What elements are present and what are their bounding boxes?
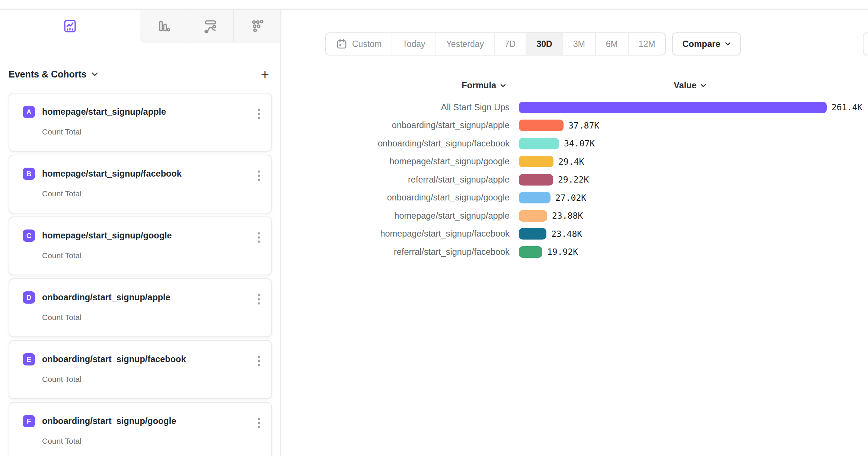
kebab-menu-icon[interactable]: [256, 416, 262, 430]
event-metric: Count Total: [42, 189, 262, 198]
chart-row-value: 23.88K: [552, 211, 583, 221]
event-card-list: A homepage/start_signup/apple Count Tota…: [9, 93, 272, 456]
bar[interactable]: [519, 156, 553, 167]
event-card-e[interactable]: E onboarding/start_signup/facebook Count…: [9, 340, 272, 399]
chart-row: referral/start_signup/facebook 19.92K: [281, 243, 868, 261]
event-badge: E: [23, 353, 35, 365]
range-label: 6M: [606, 39, 618, 49]
event-card-f[interactable]: F onboarding/start_signup/google Count T…: [9, 402, 272, 456]
event-card-c[interactable]: C homepage/start_signup/google Count Tot…: [9, 216, 272, 275]
event-name: onboarding/start_signup/google: [42, 416, 176, 426]
chart-row: referral/start_signup/apple 29.22K: [281, 171, 868, 189]
tab-insights[interactable]: [0, 10, 140, 42]
chart-row-value: 23.48K: [551, 229, 582, 239]
chart-row-value: 29.22K: [558, 175, 589, 184]
event-badge: F: [23, 415, 35, 427]
event-metric: Count Total: [42, 375, 262, 384]
event-badge: D: [23, 291, 35, 304]
tab-bar-report[interactable]: [140, 10, 187, 42]
chart-row-label: referral/start_signup/apple: [281, 175, 510, 185]
events-cohorts-title[interactable]: Events & Cohorts: [9, 69, 98, 80]
compare-button[interactable]: Compare: [672, 32, 741, 56]
kebab-menu-icon[interactable]: [256, 231, 262, 244]
range-label: 12M: [639, 39, 655, 49]
chart-row: onboarding/start_signup/facebook 34.07K: [281, 134, 868, 153]
chart-row: homepage/start_signup/google 29.4K: [281, 153, 868, 171]
range-custom[interactable]: Custom: [326, 33, 392, 55]
tab-retention[interactable]: [233, 10, 280, 42]
bar[interactable]: [519, 120, 564, 131]
chevron-down-icon: [500, 84, 506, 88]
chart-column-headers: Formula Value: [281, 80, 868, 91]
chart-row-value: 29.4K: [558, 157, 584, 167]
event-metric: Count Total: [42, 251, 262, 260]
chevron-down-icon: [701, 84, 706, 88]
insights-report-page: Events & Cohorts + A homepage/start_sign…: [0, 0, 868, 456]
event-name: homepage/start_signup/google: [42, 231, 172, 241]
range-6m[interactable]: 6M: [595, 33, 628, 55]
bar[interactable]: [519, 210, 547, 222]
chart-row: onboarding/start_signup/google 27.02K: [281, 189, 868, 207]
chart-row: homepage/start_signup/facebook 23.48K: [281, 225, 868, 243]
events-cohorts-header: Events & Cohorts +: [9, 67, 272, 81]
range-label: 3M: [573, 39, 585, 49]
event-metric: Count Total: [42, 313, 262, 322]
formula-column-header[interactable]: Formula: [281, 80, 510, 91]
kebab-menu-icon[interactable]: [256, 354, 262, 368]
chart-row-label: onboarding/start_signup/google: [281, 193, 510, 203]
event-name: onboarding/start_signup/facebook: [42, 354, 186, 364]
chart-row-value: 34.07K: [564, 139, 595, 148]
event-metric: Count Total: [42, 127, 262, 136]
bar[interactable]: [519, 192, 551, 203]
value-column-header[interactable]: Value: [674, 80, 706, 91]
main-panel: Custom Today Yesterday 7D 30D 3M 6M 12M …: [281, 10, 868, 456]
event-card-b[interactable]: B homepage/start_signup/facebook Count T…: [9, 155, 272, 213]
kebab-menu-icon[interactable]: [256, 107, 262, 121]
range-3m[interactable]: 3M: [562, 33, 595, 55]
chart-row: onboarding/start_signup/apple 37.87K: [281, 117, 868, 135]
event-name: onboarding/start_signup/apple: [42, 292, 170, 303]
chart-row-value: 37.87K: [568, 121, 599, 130]
chart-row-label: All Start Sign Ups: [281, 102, 510, 113]
section-title-text: Events & Cohorts: [9, 69, 87, 80]
bar[interactable]: [519, 228, 546, 240]
event-card-a[interactable]: A homepage/start_signup/apple Count Tota…: [9, 93, 272, 152]
event-name: homepage/start_signup/facebook: [42, 169, 182, 179]
chart-row-label: homepage/start_signup/facebook: [281, 229, 510, 239]
chevron-down-icon: [725, 42, 731, 46]
chart-row: All Start Sign Ups 261.4K: [281, 98, 868, 117]
bar[interactable]: [519, 102, 827, 113]
range-label: 30D: [536, 39, 552, 49]
kebab-menu-icon[interactable]: [256, 292, 262, 306]
clipped-edge-button[interactable]: [863, 32, 868, 56]
chart-rows: All Start Sign Ups 261.4K onboarding/sta…: [281, 98, 868, 261]
bar[interactable]: [519, 138, 559, 149]
range-12m[interactable]: 12M: [628, 33, 666, 55]
chart-row: homepage/start_signup/apple 23.88K: [281, 207, 868, 225]
add-event-button[interactable]: +: [258, 67, 272, 81]
range-7d[interactable]: 7D: [494, 33, 526, 55]
chart-row-value: 27.02K: [555, 193, 586, 203]
range-30d[interactable]: 30D: [526, 33, 562, 55]
sidebar-content: Events & Cohorts + A homepage/start_sign…: [0, 42, 280, 456]
event-badge: C: [23, 229, 35, 242]
compare-label: Compare: [682, 39, 720, 49]
tab-flows[interactable]: [187, 10, 234, 42]
report-type-tabs: [0, 10, 280, 42]
formula-header-label: Formula: [462, 80, 496, 91]
date-range-selector: Custom Today Yesterday 7D 30D 3M 6M 12M: [325, 32, 666, 56]
bar-chart-icon: [155, 18, 172, 34]
kebab-menu-icon[interactable]: [256, 169, 262, 183]
bar[interactable]: [519, 246, 542, 258]
range-label: 7D: [505, 39, 516, 49]
event-card-d[interactable]: D onboarding/start_signup/apple Count To…: [9, 278, 272, 337]
inactive-tab-group: [140, 10, 280, 42]
bar[interactable]: [519, 174, 553, 186]
range-label: Yesterday: [446, 39, 484, 49]
range-today[interactable]: Today: [392, 33, 435, 55]
chart-row-label: homepage/start_signup/apple: [281, 211, 510, 221]
chevron-down-icon: [92, 72, 98, 76]
chart-row-value: 19.92K: [547, 247, 578, 257]
range-yesterday[interactable]: Yesterday: [435, 33, 494, 55]
event-badge: B: [23, 168, 35, 180]
